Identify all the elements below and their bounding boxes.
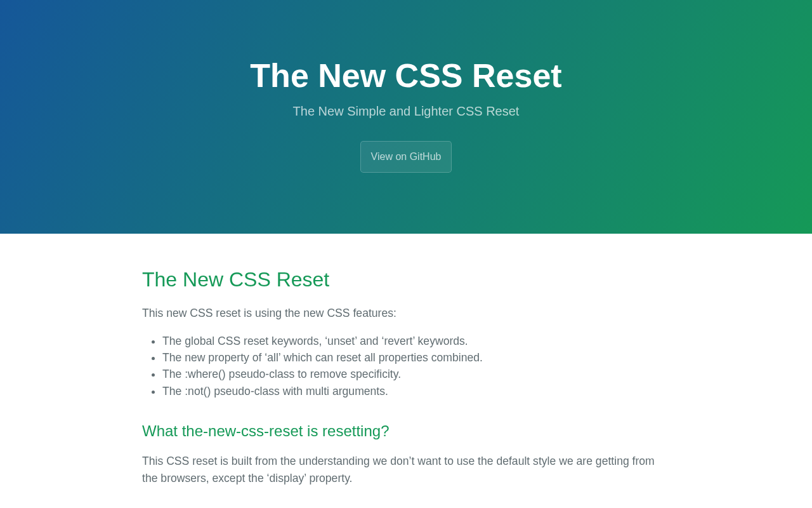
list-item: The :where() pseudo-class to remove spec… — [162, 366, 670, 382]
list-item: The new property of ‘all’ which can rese… — [162, 349, 670, 366]
project-name: The New CSS Reset — [61, 51, 751, 100]
section-heading: What the-new-css-reset is resetting? — [142, 420, 670, 443]
body-paragraph: This CSS reset is built from the underst… — [142, 453, 670, 486]
list-item: The :not() pseudo-class with multi argum… — [162, 383, 670, 399]
page-header: The New CSS Reset The New Simple and Lig… — [0, 0, 812, 234]
features-list: The global CSS reset keywords, ‘unset’ a… — [142, 333, 670, 400]
intro-paragraph: This new CSS reset is using the new CSS … — [142, 305, 670, 321]
content-heading: The New CSS Reset — [142, 264, 670, 295]
view-on-github-button[interactable]: View on GitHub — [360, 141, 452, 173]
project-tagline: The New Simple and Lighter CSS Reset — [61, 102, 751, 121]
main-content: The New CSS Reset This new CSS reset is … — [81, 234, 731, 508]
list-item: The global CSS reset keywords, ‘unset’ a… — [162, 333, 670, 349]
